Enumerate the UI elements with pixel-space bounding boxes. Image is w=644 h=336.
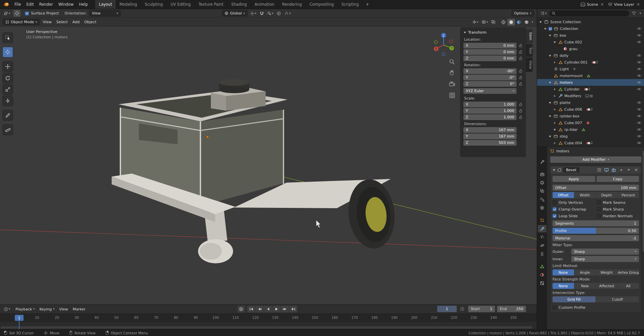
dimension-x-field[interactable]: X167 mm — [463, 127, 517, 133]
eye-icon[interactable] — [636, 61, 642, 64]
inner-miter-dropdown[interactable]: Sharp▾ — [571, 256, 639, 262]
filter-icon[interactable] — [631, 10, 637, 17]
ortho-grid-icon[interactable] — [448, 91, 456, 99]
options-dropdown[interactable]: Options▾ — [512, 10, 534, 16]
move-modifier-up-icon[interactable] — [618, 167, 624, 173]
disclosure-icon[interactable] — [553, 88, 557, 91]
snap-settings-dropdown[interactable]: ▾ — [266, 10, 274, 17]
eye-icon[interactable] — [636, 27, 642, 30]
editor-type-button[interactable]: ▾ — [3, 10, 11, 17]
disclosure-icon[interactable] — [553, 95, 557, 98]
rotation-x-field[interactable]: X-90° — [463, 68, 517, 74]
lock-icon[interactable] — [518, 115, 523, 119]
disclosure-icon[interactable] — [543, 27, 547, 30]
menu-help[interactable]: Help — [76, 0, 90, 9]
eye-icon[interactable] — [636, 40, 642, 44]
remove-view-layer-icon[interactable]: × — [636, 2, 641, 7]
eye-icon[interactable] — [636, 81, 642, 84]
workspace-tab-scripting[interactable]: Scripting — [338, 0, 363, 9]
lock-icon[interactable] — [518, 69, 523, 73]
workspace-tab-modeling[interactable]: Modeling — [116, 0, 141, 9]
disclosure-icon[interactable] — [548, 115, 552, 118]
option-mark-seams[interactable]: Mark Seams — [597, 200, 639, 205]
transform-panel-header[interactable]: Transform — [463, 29, 523, 36]
lock-icon[interactable] — [518, 44, 523, 47]
add-modifier-button[interactable]: Add Modifier▾ — [550, 156, 641, 163]
disclosure-icon[interactable] — [548, 135, 552, 138]
eye-icon[interactable] — [636, 101, 642, 104]
pivot-point-dropdown[interactable]: ▾ — [249, 10, 257, 17]
tool-select-box[interactable] — [3, 33, 13, 43]
eye-icon[interactable] — [636, 67, 642, 71]
lock-icon[interactable] — [518, 103, 523, 106]
face-strength-affected[interactable]: Affected — [596, 283, 617, 289]
option-only-vertices[interactable]: Only Vertices — [553, 200, 595, 205]
disclosure-icon[interactable] — [548, 81, 552, 84]
previous-keyframe-button[interactable] — [256, 306, 264, 312]
zoom-icon[interactable] — [448, 58, 456, 66]
outliner-row-motors[interactable]: motors — [537, 79, 644, 86]
sidebar-tab-tool[interactable]: Tool — [526, 44, 533, 57]
outliner-search-input[interactable] — [549, 10, 629, 16]
start-frame-field[interactable]: Start1 — [468, 306, 495, 312]
properties-tab-object[interactable] — [538, 217, 546, 224]
outliner-editor-type-button[interactable]: ▾ — [539, 10, 547, 17]
limit-method-none[interactable]: None — [553, 269, 574, 275]
properties-tab-world[interactable] — [538, 204, 546, 212]
edit-mode-display-toggle[interactable] — [596, 167, 602, 173]
outer-miter-dropdown[interactable]: Sharp▾ — [571, 249, 639, 255]
face-strength-new[interactable]: New — [574, 283, 596, 289]
properties-tab-data[interactable] — [538, 263, 546, 270]
eye-icon[interactable] — [636, 54, 642, 57]
eye-icon[interactable] — [636, 108, 642, 111]
menu-window[interactable]: Window — [55, 0, 76, 9]
lock-icon[interactable] — [518, 82, 523, 86]
outliner-row-dolly[interactable]: dolly — [537, 52, 644, 59]
disclosure-icon[interactable] — [553, 61, 557, 64]
lock-icon[interactable] — [518, 50, 523, 54]
properties-tab-physics[interactable] — [538, 242, 546, 249]
dimension-z-field[interactable]: Z503 mm — [463, 140, 517, 146]
active-tool-cursor-icon[interactable] — [13, 10, 21, 17]
properties-tab-output[interactable] — [538, 179, 546, 186]
outliner-row-cube-007[interactable]: Cube.007 — [537, 119, 644, 126]
navigation-gizmo[interactable]: Z X Y — [431, 31, 457, 57]
limit-method-angle[interactable]: Angle — [574, 269, 596, 275]
timeline-menu-marker[interactable]: Marker — [70, 305, 88, 313]
shading-rendered-button[interactable] — [523, 19, 530, 26]
outliner-row-rp-lidar[interactable]: rp-lidar — [537, 126, 644, 133]
intersection-type-cutoff[interactable]: Cutoff — [596, 296, 639, 302]
outliner-row-steg[interactable]: steg — [537, 133, 644, 140]
workspace-tab-uv-editing[interactable]: UV Editing — [167, 0, 195, 9]
outliner-row-collection[interactable]: Collection — [537, 25, 644, 32]
modifier-expand-icon[interactable] — [553, 169, 556, 172]
outliner-row-platte[interactable]: platte — [537, 99, 644, 106]
unlink-scene-icon[interactable]: × — [600, 2, 605, 7]
workspace-tab-texture-paint[interactable]: Texture Paint — [195, 0, 227, 9]
outliner-row-motormount[interactable]: motormount — [537, 72, 644, 79]
workspace-tab-animation[interactable]: Animation — [251, 0, 278, 9]
lock-icon[interactable] — [518, 76, 523, 79]
viewport-menu-object[interactable]: Object — [82, 18, 99, 26]
sidebar-tab-item[interactable]: Item — [526, 29, 533, 43]
3d-viewport[interactable]: User Perspective (1) Collection | motors… — [0, 27, 537, 304]
menu-file[interactable]: File — [12, 0, 24, 9]
proportional-falloff-dropdown[interactable]: ▾ — [283, 10, 292, 17]
delete-modifier-icon[interactable]: × — [633, 167, 639, 173]
custom-profile-checkbox[interactable]: Custom Profile — [553, 305, 639, 310]
disclosure-icon[interactable] — [553, 121, 557, 124]
outliner-row-rplidar-box[interactable]: rplidar-box — [537, 113, 644, 119]
timeline-menu-keying[interactable]: Keying▾ — [37, 305, 57, 313]
collection-checkbox[interactable] — [548, 27, 552, 31]
option-mark-sharp[interactable]: Mark Sharp — [597, 207, 639, 212]
sidebar-tab-view[interactable]: View — [526, 58, 533, 72]
orientation-dropdown[interactable]: View▾ — [89, 10, 121, 16]
limit-method-weight[interactable]: Weight — [596, 269, 617, 275]
properties-tab-texture[interactable] — [538, 279, 546, 287]
pan-hand-icon[interactable] — [448, 69, 456, 77]
shading-dropdown[interactable]: ▾ — [531, 19, 534, 26]
modifier-name[interactable]: Bevel — [563, 167, 579, 173]
timeline-ruler[interactable]: 1102030405060708090100110120130140150160… — [0, 313, 537, 322]
jump-to-end-button[interactable] — [289, 306, 297, 312]
material-index-field[interactable]: Material -1 — [553, 235, 639, 241]
